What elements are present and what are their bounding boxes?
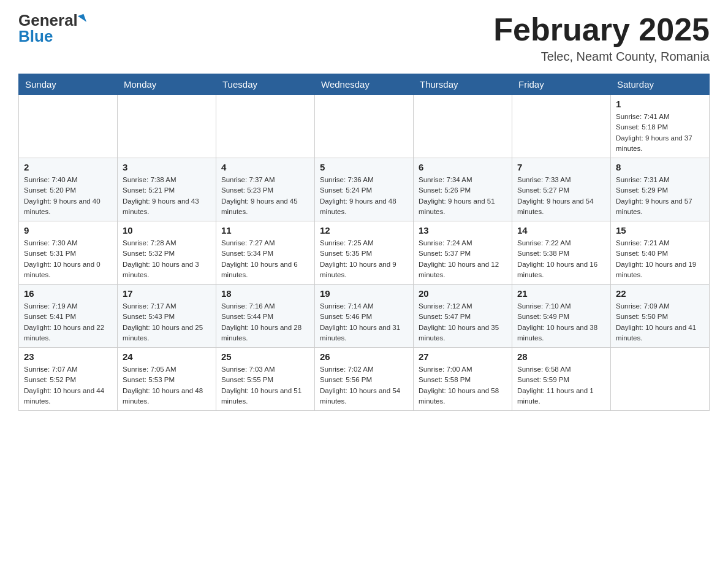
day-number: 4: [221, 162, 309, 172]
calendar-cell: 11Sunrise: 7:27 AMSunset: 5:34 PMDayligh…: [216, 221, 315, 285]
day-info: Sunrise: 7:07 AMSunset: 5:52 PMDaylight:…: [24, 364, 112, 407]
day-info: Sunrise: 7:27 AMSunset: 5:34 PMDaylight:…: [221, 238, 309, 280]
weekday-header-row: SundayMondayTuesdayWednesdayThursdayFrid…: [19, 74, 710, 95]
day-info: Sunrise: 7:00 AMSunset: 5:58 PMDaylight:…: [419, 364, 507, 407]
day-number: 21: [517, 288, 605, 299]
calendar-cell: 2Sunrise: 7:40 AMSunset: 5:20 PMDaylight…: [19, 158, 118, 221]
calendar-cell: 1Sunrise: 7:41 AMSunset: 5:18 PMDaylight…: [611, 95, 710, 158]
calendar-cell: 20Sunrise: 7:12 AMSunset: 5:47 PMDayligh…: [414, 285, 512, 348]
calendar-cell: 22Sunrise: 7:09 AMSunset: 5:50 PMDayligh…: [611, 285, 710, 348]
weekday-header-monday: Monday: [118, 74, 216, 95]
weekday-header-wednesday: Wednesday: [315, 74, 414, 95]
calendar-cell: 9Sunrise: 7:30 AMSunset: 5:31 PMDaylight…: [19, 221, 118, 285]
day-info: Sunrise: 7:38 AMSunset: 5:21 PMDaylight:…: [123, 175, 211, 217]
calendar-cell: 17Sunrise: 7:17 AMSunset: 5:43 PMDayligh…: [118, 285, 216, 348]
day-number: 7: [517, 162, 605, 172]
calendar-cell: [216, 95, 315, 158]
calendar-week-row: 1Sunrise: 7:41 AMSunset: 5:18 PMDaylight…: [19, 95, 710, 158]
calendar-week-row: 16Sunrise: 7:19 AMSunset: 5:41 PMDayligh…: [19, 285, 710, 348]
calendar-cell: 13Sunrise: 7:24 AMSunset: 5:37 PMDayligh…: [414, 221, 512, 285]
day-info: Sunrise: 7:24 AMSunset: 5:37 PMDaylight:…: [419, 238, 507, 280]
day-info: Sunrise: 7:33 AMSunset: 5:27 PMDaylight:…: [517, 175, 605, 217]
day-info: Sunrise: 7:25 AMSunset: 5:35 PMDaylight:…: [320, 238, 408, 280]
page-header: General Blue February 2025 Telec, Neamt …: [18, 12, 710, 64]
weekday-header-thursday: Thursday: [414, 74, 512, 95]
calendar-cell: 5Sunrise: 7:36 AMSunset: 5:24 PMDaylight…: [315, 158, 414, 221]
calendar-week-row: 23Sunrise: 7:07 AMSunset: 5:52 PMDayligh…: [19, 348, 710, 411]
day-number: 10: [123, 225, 211, 236]
location-text: Telec, Neamt County, Romania: [493, 50, 710, 64]
calendar-cell: 25Sunrise: 7:03 AMSunset: 5:55 PMDayligh…: [216, 348, 315, 411]
day-info: Sunrise: 7:02 AMSunset: 5:56 PMDaylight:…: [320, 364, 408, 407]
calendar-week-row: 2Sunrise: 7:40 AMSunset: 5:20 PMDaylight…: [19, 158, 710, 221]
day-info: Sunrise: 7:40 AMSunset: 5:20 PMDaylight:…: [24, 175, 112, 217]
day-info: Sunrise: 7:16 AMSunset: 5:44 PMDaylight:…: [221, 301, 309, 343]
day-number: 12: [320, 225, 408, 236]
day-number: 1: [616, 99, 704, 109]
day-number: 11: [221, 225, 309, 236]
weekday-header-saturday: Saturday: [611, 74, 710, 95]
day-info: Sunrise: 7:19 AMSunset: 5:41 PMDaylight:…: [24, 301, 112, 343]
calendar-cell: 14Sunrise: 7:22 AMSunset: 5:38 PMDayligh…: [512, 221, 611, 285]
calendar-cell: 21Sunrise: 7:10 AMSunset: 5:49 PMDayligh…: [512, 285, 611, 348]
logo-arrow-icon: [78, 14, 86, 25]
calendar-cell: 7Sunrise: 7:33 AMSunset: 5:27 PMDaylight…: [512, 158, 611, 221]
calendar-cell: 26Sunrise: 7:02 AMSunset: 5:56 PMDayligh…: [315, 348, 414, 411]
day-number: 23: [24, 351, 112, 362]
day-number: 6: [419, 162, 507, 172]
calendar-cell: [315, 95, 414, 158]
calendar-cell: 15Sunrise: 7:21 AMSunset: 5:40 PMDayligh…: [611, 221, 710, 285]
day-info: Sunrise: 7:36 AMSunset: 5:24 PMDaylight:…: [320, 175, 408, 217]
day-info: Sunrise: 7:22 AMSunset: 5:38 PMDaylight:…: [517, 238, 605, 280]
calendar-header: SundayMondayTuesdayWednesdayThursdayFrid…: [19, 74, 710, 95]
weekday-header-friday: Friday: [512, 74, 611, 95]
day-number: 3: [123, 162, 211, 172]
day-number: 16: [24, 288, 112, 299]
day-info: Sunrise: 7:05 AMSunset: 5:53 PMDaylight:…: [123, 364, 211, 407]
day-number: 9: [24, 225, 112, 236]
calendar-cell: 24Sunrise: 7:05 AMSunset: 5:53 PMDayligh…: [118, 348, 216, 411]
calendar-cell: 18Sunrise: 7:16 AMSunset: 5:44 PMDayligh…: [216, 285, 315, 348]
day-number: 26: [320, 351, 408, 362]
calendar-cell: [19, 95, 118, 158]
title-section: February 2025 Telec, Neamt County, Roman…: [493, 12, 710, 64]
logo-blue-text: Blue: [18, 27, 53, 45]
day-info: Sunrise: 7:31 AMSunset: 5:29 PMDaylight:…: [616, 175, 704, 217]
calendar-cell: [611, 348, 710, 411]
day-info: Sunrise: 7:10 AMSunset: 5:49 PMDaylight:…: [517, 301, 605, 343]
day-number: 14: [517, 225, 605, 236]
weekday-header-tuesday: Tuesday: [216, 74, 315, 95]
calendar-cell: [512, 95, 611, 158]
calendar-cell: [414, 95, 512, 158]
day-number: 8: [616, 162, 704, 172]
day-info: Sunrise: 7:34 AMSunset: 5:26 PMDaylight:…: [419, 175, 507, 217]
day-info: Sunrise: 7:41 AMSunset: 5:18 PMDaylight:…: [616, 112, 704, 154]
logo: General Blue: [18, 12, 85, 44]
calendar-body: 1Sunrise: 7:41 AMSunset: 5:18 PMDaylight…: [19, 95, 710, 411]
calendar-cell: 12Sunrise: 7:25 AMSunset: 5:35 PMDayligh…: [315, 221, 414, 285]
day-number: 22: [616, 288, 704, 299]
logo-general-text: General: [18, 12, 78, 28]
calendar-cell: 4Sunrise: 7:37 AMSunset: 5:23 PMDaylight…: [216, 158, 315, 221]
calendar-table: SundayMondayTuesdayWednesdayThursdayFrid…: [18, 74, 710, 411]
day-number: 17: [123, 288, 211, 299]
day-number: 19: [320, 288, 408, 299]
calendar-cell: 28Sunrise: 6:58 AMSunset: 5:59 PMDayligh…: [512, 348, 611, 411]
day-number: 13: [419, 225, 507, 236]
day-info: Sunrise: 7:37 AMSunset: 5:23 PMDaylight:…: [221, 175, 309, 217]
day-info: Sunrise: 7:17 AMSunset: 5:43 PMDaylight:…: [123, 301, 211, 343]
weekday-header-sunday: Sunday: [19, 74, 118, 95]
month-title: February 2025: [493, 12, 710, 47]
calendar-cell: 27Sunrise: 7:00 AMSunset: 5:58 PMDayligh…: [414, 348, 512, 411]
calendar-week-row: 9Sunrise: 7:30 AMSunset: 5:31 PMDaylight…: [19, 221, 710, 285]
calendar-cell: 8Sunrise: 7:31 AMSunset: 5:29 PMDaylight…: [611, 158, 710, 221]
calendar-cell: [118, 95, 216, 158]
calendar-cell: 23Sunrise: 7:07 AMSunset: 5:52 PMDayligh…: [19, 348, 118, 411]
calendar-cell: 10Sunrise: 7:28 AMSunset: 5:32 PMDayligh…: [118, 221, 216, 285]
day-info: Sunrise: 7:21 AMSunset: 5:40 PMDaylight:…: [616, 238, 704, 280]
day-number: 2: [24, 162, 112, 172]
day-info: Sunrise: 6:58 AMSunset: 5:59 PMDaylight:…: [517, 364, 605, 407]
day-info: Sunrise: 7:28 AMSunset: 5:32 PMDaylight:…: [123, 238, 211, 280]
day-number: 25: [221, 351, 309, 362]
day-number: 15: [616, 225, 704, 236]
